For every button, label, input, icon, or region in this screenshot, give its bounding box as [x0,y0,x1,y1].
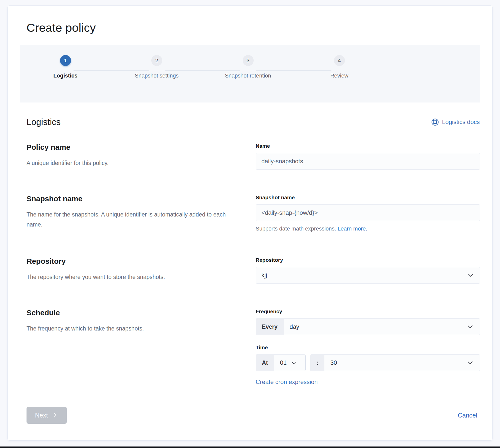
step-label: Logistics [53,72,78,79]
snapshot-name-heading: Snapshot name [27,194,242,203]
step-number-badge: 4 [334,55,345,66]
policy-name-row: Policy name A unique identifier for this… [27,143,480,170]
schedule-description: The frequency at which to take the snaps… [27,324,242,334]
stepper-panel: 1 Logistics 2 Snapshot settings 3 Snapsh… [20,45,480,102]
minute-selected-value: 30 [330,359,337,366]
frequency-select[interactable]: day [284,319,480,335]
repository-select[interactable]: kjj [256,267,480,284]
repository-heading: Repository [27,257,242,266]
create-policy-panel: Create policy 1 Logistics 2 Snapshot set… [8,6,492,440]
snapshot-name-helper: Supports date math expressions. Learn mo… [256,226,480,232]
schedule-row: Schedule The frequency at which to take … [27,308,480,386]
snapshot-name-field-label: Snapshot name [256,194,480,200]
time-field-label: Time [256,344,480,350]
hour-select[interactable]: 01 [274,355,302,371]
step-number-badge: 3 [243,55,254,66]
policy-name-input[interactable] [256,153,480,170]
step-review[interactable]: 4 Review [294,55,385,79]
bottom-edge-bar [0,446,500,448]
chevron-down-icon [466,323,474,330]
time-hour-group: At 01 [256,354,306,371]
step-number-badge: 2 [151,55,162,66]
repository-selected-value: kjj [261,272,267,279]
repository-description: The repository where you want to store t… [27,272,242,282]
step-snapshot-retention[interactable]: 3 Snapshot retention [202,55,294,79]
schedule-heading: Schedule [27,308,242,317]
chevron-down-icon [467,272,474,279]
step-snapshot-settings[interactable]: 2 Snapshot settings [111,55,202,79]
step-number-badge: 1 [60,55,71,66]
time-prepend-label: At [256,355,274,371]
time-minute-group: : 30 [310,354,480,371]
snapshot-name-input[interactable] [256,204,480,221]
hour-selected-value: 01 [280,359,287,366]
next-button[interactable]: Next [27,407,67,424]
step-label: Review [330,72,348,79]
docs-link-label: Logistics docs [442,118,480,126]
chevron-right-icon [52,412,58,418]
repository-field-label: Repository [256,257,480,263]
policy-name-heading: Policy name [27,143,242,152]
help-lifering-icon [431,118,439,126]
frequency-selected-value: day [290,323,299,330]
page-title: Create policy [27,21,480,34]
chevron-down-icon [466,359,474,366]
learn-more-link[interactable]: Learn more. [338,226,367,232]
stepper: 1 Logistics 2 Snapshot settings 3 Snapsh… [20,45,385,79]
create-cron-expression-link[interactable]: Create cron expression [256,378,318,386]
snapshot-name-row: Snapshot name The name for the snapshots… [27,194,480,232]
frequency-field-label: Frequency [256,308,480,314]
minute-select[interactable]: 30 [324,355,480,371]
next-button-label: Next [35,412,48,419]
step-label: Snapshot retention [225,72,271,79]
cancel-link[interactable]: Cancel [458,412,477,419]
form-footer: Next Cancel [27,407,477,424]
frequency-group: Every day [256,318,480,335]
step-label: Snapshot settings [135,72,179,79]
snapshot-name-description: The name for the snapshots. A unique ide… [27,210,242,230]
section-title: Logistics [27,117,61,127]
repository-row: Repository The repository where you want… [27,257,480,284]
logistics-docs-link[interactable]: Logistics docs [431,118,480,126]
frequency-prepend-label: Every [256,319,284,335]
chevron-down-icon [291,360,297,366]
helper-text: Supports date math expressions. [256,226,336,232]
step-logistics[interactable]: 1 Logistics [20,55,111,79]
time-separator-label: : [310,355,324,371]
policy-name-description: A unique identifier for this policy. [27,158,242,168]
name-field-label: Name [256,143,480,149]
